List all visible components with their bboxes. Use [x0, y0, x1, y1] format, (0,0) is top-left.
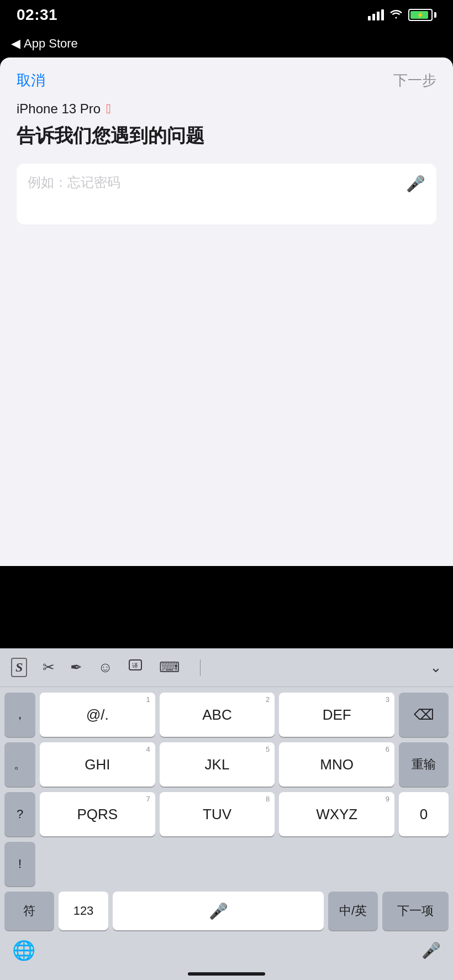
key-wxyz[interactable]: 9 WXYZ	[279, 792, 394, 836]
main-content: 取消 下一步 iPhone 13 Pro  告诉我们您遇到的问题 🎤	[0, 57, 453, 566]
cancel-button[interactable]: 取消	[17, 71, 45, 90]
space-key[interactable]: 🎤	[113, 892, 324, 930]
nav-bar: ◀ App Store	[0, 30, 453, 57]
key-comma[interactable]: ，	[4, 693, 35, 737]
toolbar-separator	[200, 659, 201, 676]
mic-button[interactable]: 🎤	[422, 941, 441, 960]
svg-text:译: 译	[132, 662, 138, 669]
key-lang[interactable]: 中/英	[328, 892, 378, 930]
back-label: App Store	[24, 36, 78, 51]
key-fu[interactable]: 符	[4, 892, 54, 930]
next-item-key[interactable]: 下一项	[382, 892, 449, 930]
toolbar-dismiss-button[interactable]: ⌄	[430, 659, 442, 676]
key-pqrs[interactable]: 7 PQRS	[40, 792, 155, 836]
back-button[interactable]: ◀ App Store	[11, 36, 78, 51]
mic-icon[interactable]: 🎤	[406, 175, 425, 193]
back-arrow-icon: ◀	[11, 36, 20, 51]
toolbar-sogou-icon[interactable]: S	[11, 658, 27, 677]
key-at-slash[interactable]: 1 @/.	[40, 693, 155, 737]
next-button[interactable]: 下一步	[393, 71, 436, 90]
key-period[interactable]: 。	[4, 742, 35, 787]
toolbar-translate-icon[interactable]: 译	[128, 659, 144, 676]
problem-input[interactable]	[28, 174, 399, 205]
content-nav: 取消 下一步	[17, 57, 436, 101]
keyboard-toolbar: S ✂ ✒ ☺ 译 ⌨ ⌄	[0, 648, 453, 687]
keyboard-area: S ✂ ✒ ☺ 译 ⌨ ⌄ ， 。	[0, 648, 453, 980]
battery-icon: ⚡	[408, 9, 436, 21]
device-label-row: iPhone 13 Pro 	[17, 101, 436, 117]
key-abc[interactable]: 2 ABC	[160, 693, 275, 737]
key-question[interactable]: ?	[4, 792, 35, 836]
toolbar-icons: S ✂ ✒ ☺ 译 ⌨	[11, 658, 205, 677]
toolbar-scissors-icon[interactable]: ✂	[43, 659, 55, 676]
toolbar-pen-icon[interactable]: ✒	[70, 659, 82, 676]
input-container[interactable]: 🎤	[17, 164, 436, 224]
key-tuv[interactable]: 8 TUV	[160, 792, 275, 836]
key-exclaim[interactable]: !	[4, 842, 35, 886]
toolbar-emoji-icon[interactable]: ☺	[98, 659, 113, 676]
device-name: iPhone 13 Pro	[17, 101, 101, 117]
home-indicator	[188, 972, 265, 976]
globe-button[interactable]: 🌐	[12, 939, 35, 961]
key-jkl[interactable]: 5 JKL	[160, 742, 275, 787]
apple-logo-icon: 	[106, 101, 111, 117]
signal-icon	[368, 9, 384, 20]
status-time: 02:31	[17, 6, 57, 24]
delete-key[interactable]: ⌫	[399, 693, 449, 737]
status-icons: ⚡	[368, 9, 436, 22]
key-zero[interactable]: 0	[399, 792, 449, 836]
key-def[interactable]: 3 DEF	[279, 693, 394, 737]
key-mno[interactable]: 6 MNO	[279, 742, 394, 787]
global-row: 🌐 🎤	[4, 936, 449, 970]
keyboard-body: ， 。 ? ! 1 @/.	[0, 687, 453, 972]
key-123[interactable]: 123	[59, 892, 108, 930]
wifi-icon	[389, 9, 403, 22]
status-bar: 02:31 ⚡	[0, 0, 453, 30]
key-ghi[interactable]: 4 GHI	[40, 742, 155, 787]
toolbar-keyboard-icon[interactable]: ⌨	[159, 659, 180, 676]
reenter-key[interactable]: 重输	[399, 742, 449, 787]
page-heading: 告诉我们您遇到的问题	[17, 124, 436, 147]
